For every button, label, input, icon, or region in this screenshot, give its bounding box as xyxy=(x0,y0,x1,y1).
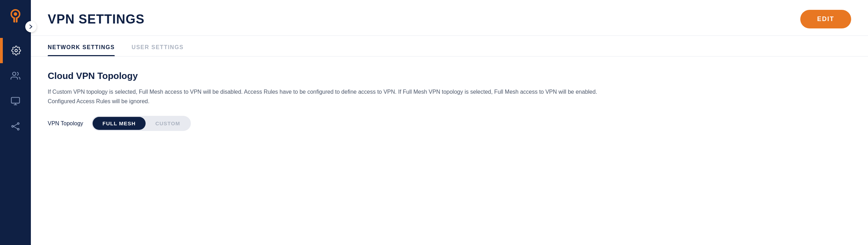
topology-toggle-group: FULL MESH CUSTOM xyxy=(92,116,191,131)
device-icon xyxy=(11,96,20,106)
svg-rect-6 xyxy=(11,98,19,103)
edit-button[interactable]: EDIT xyxy=(800,10,851,28)
svg-line-13 xyxy=(13,126,18,129)
vpn-topology-label: VPN Topology xyxy=(48,120,83,127)
topology-custom-button[interactable]: CUSTOM xyxy=(146,117,190,130)
section-description: If Custom VPN topology is selected, Full… xyxy=(48,87,609,106)
users-icon xyxy=(11,71,20,81)
svg-point-1 xyxy=(14,12,17,16)
gear-icon xyxy=(11,46,21,55)
sidebar-item-users[interactable] xyxy=(0,63,31,88)
page-content: Cloud VPN Topology If Custom VPN topolog… xyxy=(31,57,868,245)
sidebar xyxy=(0,0,31,245)
chevron-right-icon xyxy=(28,24,33,29)
svg-point-10 xyxy=(18,123,19,125)
topology-full-mesh-button[interactable]: FULL MESH xyxy=(93,117,146,130)
tab-user-settings[interactable]: USER SETTINGS xyxy=(132,39,183,56)
vpn-topology-row: VPN Topology FULL MESH CUSTOM xyxy=(48,116,851,131)
tab-network-settings[interactable]: NETWORK SETTINGS xyxy=(48,39,115,56)
svg-point-5 xyxy=(13,72,16,75)
sidebar-item-devices[interactable] xyxy=(0,88,31,114)
svg-point-11 xyxy=(18,128,19,130)
sidebar-navigation xyxy=(0,38,31,139)
svg-point-9 xyxy=(12,126,14,127)
sidebar-item-settings[interactable] xyxy=(0,38,31,63)
main-content: VPN SETTINGS EDIT NETWORK SETTINGS USER … xyxy=(31,0,868,245)
sidebar-item-connections[interactable] xyxy=(0,114,31,139)
svg-line-12 xyxy=(13,124,18,126)
page-title: VPN SETTINGS xyxy=(48,12,145,27)
tab-navigation: NETWORK SETTINGS USER SETTINGS xyxy=(31,39,868,57)
connections-icon xyxy=(11,121,20,131)
svg-point-4 xyxy=(15,49,18,52)
vpn-logo-icon xyxy=(7,7,24,24)
page-header: VPN SETTINGS EDIT xyxy=(31,0,868,36)
section-title: Cloud VPN Topology xyxy=(48,71,851,81)
sidebar-expand-button[interactable] xyxy=(25,21,36,32)
